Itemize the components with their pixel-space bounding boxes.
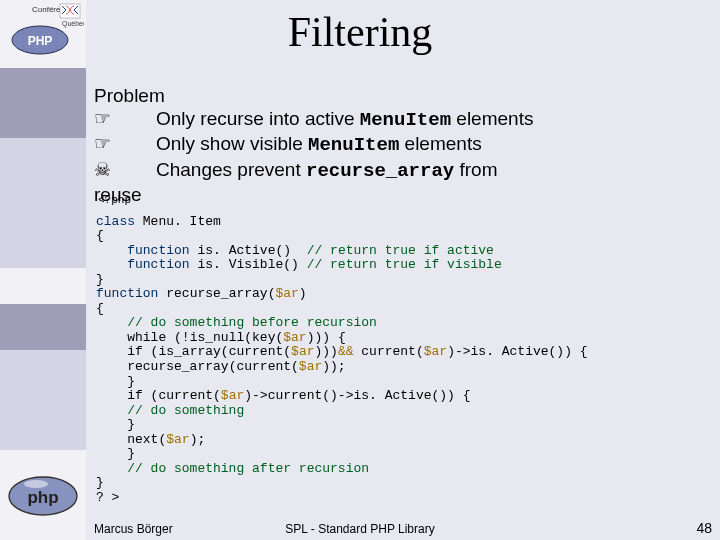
php-logo-icon: php [6,474,80,518]
bullet-text: Only recurse into active MenuItem elemen… [156,107,706,132]
sidebar-accent-1 [0,68,86,138]
bullet-text: Changes prevent recurse_array from [156,158,706,183]
footer-title: SPL - Standard PHP Library [0,522,720,536]
svg-text:php: php [27,488,58,507]
bullet-icon: ☞ [94,107,156,130]
code-block: <?php class Menu. Item { function is. Ac… [96,200,714,505]
bullet-text: Only show visible MenuItem elements [156,132,706,157]
problem-heading: Problem [94,84,714,107]
bullet-icon: ☞ [94,132,156,155]
sidebar [0,0,86,540]
svg-point-7 [24,480,48,488]
sidebar-accent-4 [0,350,86,450]
content-area: Problem ☞Only recurse into active MenuIt… [94,84,714,206]
sidebar-accent-3 [0,304,86,350]
bullet-2: ☞Only show visible MenuItem elements [94,132,714,157]
bullet-3: ☠Changes prevent recurse_array from [94,158,714,183]
footer-page-number: 48 [696,520,712,536]
bullet-1: ☞Only recurse into active MenuItem eleme… [94,107,714,132]
sidebar-accent-2 [0,138,86,268]
bullet-icon: ☠ [94,158,156,181]
slide-title: Filtering [0,8,720,56]
php-open-tag: <?php [98,194,131,206]
